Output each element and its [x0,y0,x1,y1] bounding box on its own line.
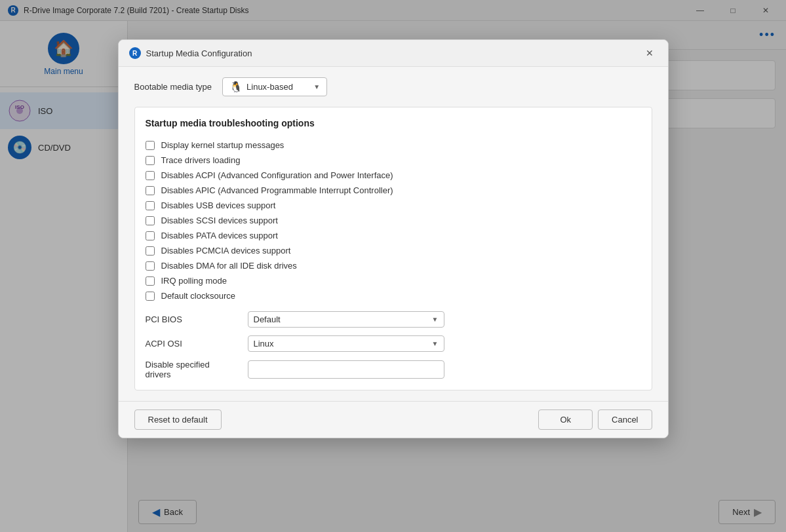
checkbox-trace-drivers[interactable] [146,156,155,165]
checkbox-irq-polling-label[interactable]: IRQ polling mode [161,276,227,286]
checkbox-trace-drivers-label[interactable]: Trace drivers loading [161,155,241,165]
acpi-osi-row: ACPI OSI Linux ▼ [146,335,641,352]
checkbox-row-7: Disables PATA devices support [146,228,641,243]
checkbox-default-clocksource-label[interactable]: Default clocksource [161,291,235,301]
checkbox-disable-usb-label[interactable]: Disables USB devices support [161,200,276,210]
pci-bios-select[interactable]: Default ▼ [248,311,444,328]
media-type-row: Bootable media type 🐧 Linux-based ▼ [134,77,652,96]
modal-overlay: R Startup Media Configuration ✕ Bootable… [0,0,786,532]
media-type-dropdown-arrow: ▼ [313,83,320,90]
checkbox-row-4: Disables APIC (Advanced Programmable Int… [146,183,641,198]
media-type-value: Linux-based [246,82,309,92]
checkbox-row-8: Disables PCMCIA devices support [146,243,641,258]
checkbox-row-1: Display kernel startup messages [146,138,641,153]
checkbox-disable-acpi[interactable] [146,171,155,180]
checkbox-disable-apic-label[interactable]: Disables APIC (Advanced Programmable Int… [161,185,393,195]
checkbox-disable-scsi[interactable] [146,216,155,225]
modal-footer: Reset to default Ok Cancel [119,401,668,438]
checkbox-disable-dma-label[interactable]: Disables DMA for all IDE disk drives [161,261,297,271]
troubleshoot-title: Startup media troubleshooting options [146,118,641,128]
media-type-label: Bootable media type [134,82,212,92]
acpi-osi-value: Linux [254,339,274,349]
ok-button[interactable]: Ok [538,409,593,430]
checkbox-default-clocksource[interactable] [146,292,155,301]
media-type-select[interactable]: 🐧 Linux-based ▼ [222,77,327,96]
modal-title-bar: R Startup Media Configuration ✕ [119,40,668,67]
checkbox-disable-acpi-label[interactable]: Disables ACPI (Advanced Configuration an… [161,170,393,180]
pci-bios-arrow-icon: ▼ [432,316,439,323]
checkbox-row-5: Disables USB devices support [146,198,641,213]
checkbox-kernel-messages-label[interactable]: Display kernel startup messages [161,140,285,150]
checkbox-row-9: Disables DMA for all IDE disk drives [146,258,641,273]
checkbox-irq-polling[interactable] [146,276,155,286]
disable-drivers-input[interactable] [248,360,444,379]
checkbox-kernel-messages[interactable] [146,141,155,150]
checkbox-disable-pata[interactable] [146,231,155,240]
pci-bios-value: Default [254,314,281,324]
pci-bios-row: PCI BIOS Default ▼ [146,311,641,328]
modal-dialog: R Startup Media Configuration ✕ Bootable… [118,39,669,438]
checkbox-disable-dma[interactable] [146,261,155,271]
modal-icon: R [129,47,141,59]
modal-body: Bootable media type 🐧 Linux-based ▼ Star… [119,67,668,401]
modal-close-button[interactable]: ✕ [642,45,658,61]
checkbox-disable-usb[interactable] [146,201,155,210]
checkbox-row-10: IRQ polling mode [146,273,641,288]
checkbox-row-3: Disables ACPI (Advanced Configuration an… [146,168,641,183]
linux-media-icon: 🐧 [229,81,243,93]
cancel-button[interactable]: Cancel [598,409,652,430]
checkbox-row-6: Disables SCSI devices support [146,213,641,228]
modal-title-content: R Startup Media Configuration [129,47,252,59]
checkbox-disable-pcmcia-label[interactable]: Disables PCMCIA devices support [161,246,291,256]
disable-drivers-row: Disable specified drivers [146,360,641,379]
checkbox-disable-scsi-label[interactable]: Disables SCSI devices support [161,216,278,225]
acpi-osi-label: ACPI OSI [146,339,237,349]
checkbox-disable-apic[interactable] [146,186,155,195]
pci-bios-label: PCI BIOS [146,314,237,324]
checkbox-row-2: Trace drivers loading [146,153,641,168]
footer-right: Ok Cancel [538,409,652,430]
checkbox-disable-pcmcia[interactable] [146,246,155,256]
troubleshoot-panel: Startup media troubleshooting options Di… [134,107,652,390]
checkbox-disable-pata-label[interactable]: Disables PATA devices support [161,231,278,240]
checkbox-row-11: Default clocksource [146,288,641,303]
disable-drivers-label: Disable specified drivers [146,360,237,379]
reset-button[interactable]: Reset to default [134,409,222,430]
acpi-osi-select[interactable]: Linux ▼ [248,335,444,352]
modal-title: Startup Media Configuration [146,48,252,58]
acpi-osi-arrow-icon: ▼ [432,340,439,347]
